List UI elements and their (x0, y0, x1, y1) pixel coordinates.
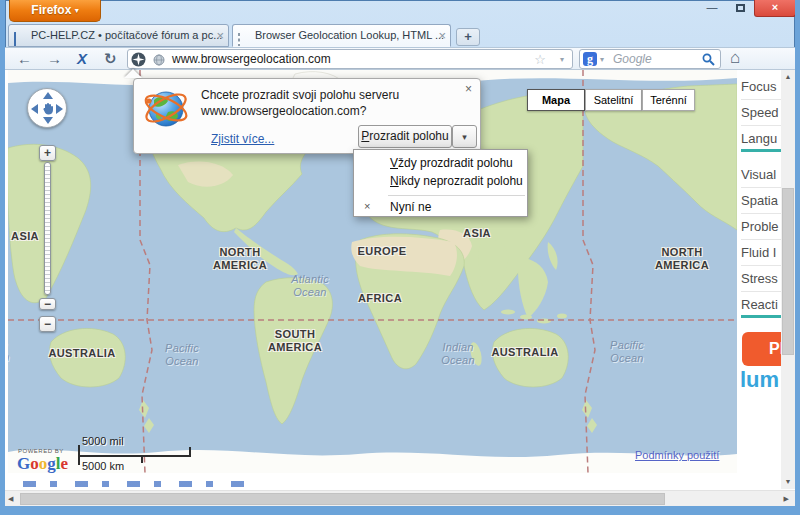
default-page-favicon-icon (238, 30, 240, 47)
minimize-icon: — (707, 1, 718, 13)
browser-window: Firefox ▾ — × PC-HELP.CZ • počítačové fó… (0, 0, 800, 515)
clipped-page-heading (23, 481, 255, 487)
map-label-pacific-ocean-right: Pacific Ocean (610, 339, 644, 365)
map-label-australia: AUSTRALIA (491, 346, 558, 359)
pan-up-icon[interactable] (43, 92, 53, 99)
home-button[interactable]: ⌂ (730, 48, 740, 68)
search-engine-caret-icon[interactable]: ▾ (600, 55, 604, 64)
pan-right-icon[interactable] (56, 104, 63, 114)
sidebar-item-speed[interactable]: Speed (741, 100, 782, 126)
horizontal-scroll-thumb[interactable] (20, 493, 665, 505)
tab-close-icon[interactable]: × (216, 25, 224, 46)
scale-bar (78, 455, 191, 457)
map-label-africa: AFRICA (358, 292, 402, 305)
pan-left-icon[interactable] (31, 104, 38, 114)
tab-close-icon[interactable]: × (438, 25, 446, 46)
menu-item-never-share[interactable]: Nikdy neprozradit polohu (390, 174, 523, 188)
geolocation-globe-icon (142, 84, 190, 132)
sidebar-item-stress[interactable]: Stress (741, 266, 782, 292)
sidebar-item-problem[interactable]: Proble (741, 214, 782, 240)
google-logo[interactable]: Google (17, 454, 68, 473)
map-label-atlantic-ocean: Atlantic Ocean (291, 273, 329, 299)
close-icon: × (772, 1, 778, 13)
menu-separator (388, 195, 525, 196)
url-text[interactable]: www.browsergeolocation.com (172, 50, 331, 68)
share-location-button[interactable]: Prozradit polohu (358, 125, 452, 148)
new-tab-button[interactable]: + (456, 28, 480, 46)
scale-km-label: 5000 km (82, 460, 124, 472)
learn-more-link[interactable]: Zjistit více... (211, 132, 274, 146)
lumosity-sidebar: Focus Speed Langu Visual Spatia Proble F… (739, 70, 782, 489)
horizontal-scrollbar[interactable]: ◀ ▶ (5, 490, 795, 506)
scroll-up-icon[interactable]: ▲ (781, 73, 795, 80)
pan-down-icon[interactable] (43, 117, 53, 124)
zoom-slider-track[interactable] (44, 162, 51, 295)
maximize-icon (736, 4, 745, 12)
not-now-x-icon: × (364, 200, 370, 212)
page-content: ASIA ASIA NORTH AMERICA NORTH AMERICA EU… (5, 70, 795, 506)
scroll-down-icon[interactable]: ▼ (781, 478, 795, 485)
sidebar-item-fluid[interactable]: Fluid I (741, 240, 782, 266)
reload-button[interactable]: ↻ (104, 49, 117, 69)
sidebar-item-reaction[interactable]: Reacti (741, 292, 782, 318)
tab-title: PC-HELP.CZ • počítačové fórum a pc... (31, 29, 222, 41)
map-label-asia-wrap: ASIA (11, 230, 39, 243)
map-label-pacific-ocean-left: Pacific Ocean (165, 342, 199, 368)
maximize-button[interactable] (726, 0, 754, 17)
zoom-in-button[interactable]: + (39, 145, 56, 161)
firefox-menu-label: Firefox (31, 3, 71, 17)
forward-button[interactable]: → (47, 49, 62, 69)
firefox-menu-button[interactable]: Firefox ▾ (9, 0, 101, 22)
minimize-button[interactable]: — (698, 0, 726, 17)
url-bar[interactable]: www.browsergeolocation.com ☆ ▾ (127, 49, 573, 69)
chevron-down-icon: ▾ (75, 6, 79, 15)
scroll-right-icon[interactable]: ▶ (784, 495, 789, 503)
back-button[interactable]: ← (17, 49, 32, 69)
scale-tick-mid (141, 455, 143, 463)
bookmark-star-icon[interactable]: ☆ (534, 52, 546, 67)
search-placeholder[interactable]: Google (613, 51, 652, 68)
map-label-north-america: NORTH AMERICA (213, 246, 267, 272)
map-type-button-satelitni[interactable]: Satelitní (585, 89, 642, 111)
search-icon[interactable] (702, 53, 715, 66)
menu-item-label: Nyní ne (390, 200, 431, 214)
geolocation-options-menu: Vždy prozdradit polohu Nikdy neprozradit… (353, 149, 528, 217)
popup-close-icon[interactable]: × (465, 82, 472, 96)
stop-button[interactable]: X (77, 49, 87, 69)
menu-item-not-now[interactable]: Nyní ne (390, 200, 431, 214)
sidebar-item-language[interactable]: Langu (741, 126, 782, 152)
sidebar-item-focus[interactable]: Focus (741, 74, 782, 100)
menu-item-label: Vždy prozdradit polohu (390, 156, 513, 170)
sidebar-item-spatial[interactable]: Spatia (741, 188, 782, 214)
monitor-favicon-icon (14, 30, 21, 47)
chevron-down-icon: ▾ (462, 132, 467, 142)
tab-pc-help[interactable]: PC-HELP.CZ • počítačové fórum a pc... × (8, 24, 229, 47)
map-label-indian-ocean: Indian Ocean (441, 341, 474, 367)
map-type-button-mapa[interactable]: Mapa (527, 89, 585, 111)
menu-item-always-share[interactable]: Vždy prozdradit polohu (390, 156, 513, 170)
sidebar-item-visual[interactable]: Visual (741, 162, 782, 188)
google-engine-icon[interactable]: g (583, 52, 597, 66)
play-button[interactable]: Pla (742, 332, 782, 366)
scroll-left-icon[interactable]: ◀ (8, 495, 13, 503)
vertical-scrollbar[interactable]: ▲ ▼ (781, 70, 795, 489)
share-location-dropdown-button[interactable]: ▾ (452, 125, 477, 148)
map-type-button-terenni[interactable]: Terénní (642, 89, 695, 111)
url-dropdown-icon[interactable]: ▾ (560, 55, 564, 64)
geolocation-permission-icon[interactable] (131, 52, 146, 67)
map-label-indian-ocean-clipped: ian ean (8, 338, 9, 364)
terms-of-use-link[interactable]: Podmínky použití (635, 449, 719, 461)
popup-message-line2: www.browsergeolocation.com? (201, 104, 366, 118)
geolocation-permission-popup: Chcete prozradit svoji polohu serveru ww… (133, 78, 481, 154)
scale-tick-right (189, 447, 191, 457)
vertical-scroll-thumb[interactable] (782, 188, 794, 355)
map-pan-control[interactable] (27, 88, 67, 128)
search-bar[interactable]: g ▾ Google (579, 49, 721, 69)
zoom-out-button[interactable]: − (39, 316, 56, 332)
close-button[interactable]: × (754, 0, 796, 17)
tab-browser-geolocation[interactable]: Browser Geolocation Lookup, HTML ... × (232, 24, 451, 47)
share-location-label: Prozradit polohu (359, 126, 451, 147)
map-label-europe: EUROPE (358, 245, 407, 258)
map-label-north-america-wrap: NORTH AMERICA (655, 246, 709, 272)
zoom-slider-handle[interactable]: − (39, 298, 56, 310)
